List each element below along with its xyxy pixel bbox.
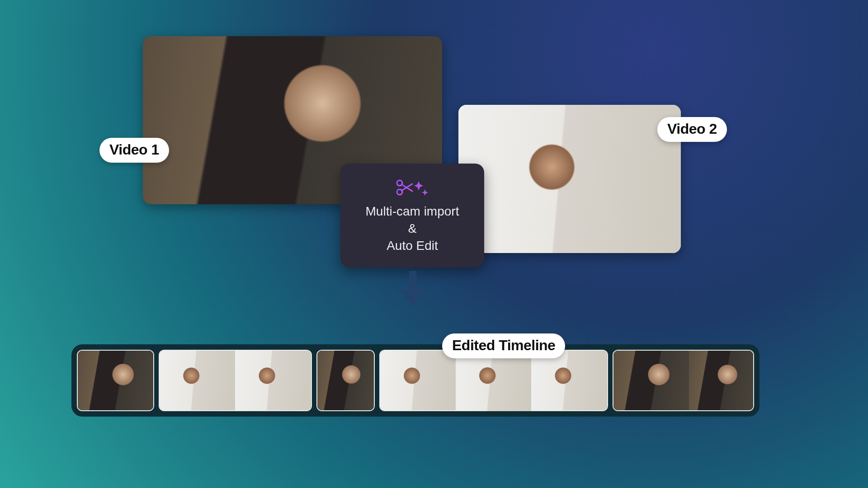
timeline-clip-8 bbox=[613, 350, 689, 411]
video-1-label: Video 1 bbox=[99, 138, 169, 163]
timeline-clip-9 bbox=[689, 350, 754, 411]
timeline-clip-2 bbox=[159, 350, 235, 411]
timeline-clip-5 bbox=[379, 350, 456, 411]
video-2-label: Video 2 bbox=[657, 117, 727, 142]
video-2-thumbnail bbox=[458, 105, 681, 253]
feature-line-1: Multi-cam import bbox=[366, 203, 459, 220]
timeline-clip-3 bbox=[235, 350, 311, 411]
scissors-sparkle-icon bbox=[395, 177, 429, 198]
timeline-clip-4 bbox=[316, 350, 375, 411]
arrow-down-icon bbox=[400, 271, 425, 308]
feature-box: Multi-cam import & Auto Edit bbox=[340, 164, 484, 267]
feature-line-3: Auto Edit bbox=[366, 237, 459, 254]
video-2-tile bbox=[458, 105, 681, 253]
edited-timeline bbox=[71, 344, 760, 417]
feature-line-2: & bbox=[366, 220, 459, 237]
feature-text: Multi-cam import & Auto Edit bbox=[366, 203, 459, 254]
timeline-clip-1 bbox=[77, 350, 154, 411]
diagram-stage: Video 1 Video 2 bbox=[0, 0, 868, 488]
edited-timeline-label: Edited Timeline bbox=[442, 333, 565, 358]
timeline-clip-7 bbox=[531, 350, 608, 411]
timeline-clip-6 bbox=[456, 350, 531, 411]
